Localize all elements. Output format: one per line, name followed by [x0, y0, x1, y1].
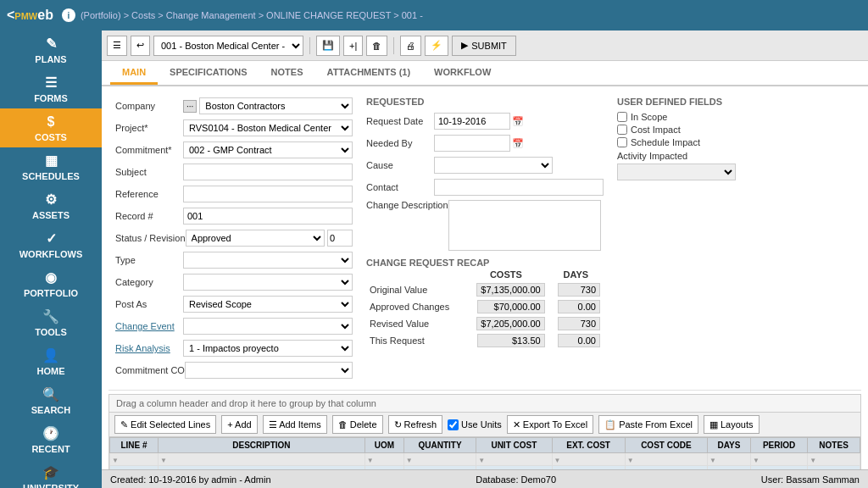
company-select[interactable]: Boston Contractors [199, 97, 353, 114]
tab-specifications[interactable]: SPECIFICATIONS [158, 62, 259, 85]
list-view-button[interactable]: ☰ [107, 36, 127, 56]
type-select[interactable] [183, 252, 353, 269]
portfolio-icon: ◉ [45, 269, 57, 286]
submit-button[interactable]: ▶ SUBMIT [452, 36, 516, 56]
sidebar-item-assets[interactable]: ⚙ ASSETS [0, 186, 102, 225]
grid-column-header[interactable]: DAYS [707, 438, 750, 453]
commitment-select[interactable]: 002 - GMP Contract [183, 141, 353, 158]
project-dropdown[interactable]: 001 - Boston Medical Center - [153, 36, 303, 56]
lightning-button[interactable]: ⚡ [425, 36, 448, 56]
change-desc-textarea[interactable] [448, 200, 601, 251]
change-event-select[interactable] [183, 318, 353, 335]
sidebar-item-forms[interactable]: ☰ FORMS [0, 69, 102, 108]
in-scope-row: In Scope [617, 112, 854, 122]
grid-column-header[interactable]: NOTES [808, 438, 860, 453]
schedule-impact-row: Schedule Impact [617, 137, 854, 147]
sidebar-item-recent[interactable]: 🕐 RECENT [0, 420, 102, 459]
project-label: Project* [115, 123, 183, 133]
add-item-button[interactable]: + Add [221, 415, 257, 434]
subject-input[interactable] [183, 164, 353, 180]
main-area: ✎ PLANS ☰ FORMS $ COSTS ▦ SCHEDULES ⚙ AS… [0, 30, 868, 488]
sidebar-item-plans[interactable]: ✎ PLANS [0, 30, 102, 69]
activity-impacted-select[interactable] [617, 164, 736, 180]
sidebar-item-university[interactable]: 🎓 UNIVERSITY [0, 459, 102, 488]
contact-input[interactable] [434, 179, 604, 196]
sidebar-item-schedules[interactable]: ▦ SCHEDULES [0, 147, 102, 186]
grid-column-header[interactable]: LINE # [110, 438, 159, 453]
recap-costs-header: COSTS [464, 268, 548, 281]
request-date-input[interactable] [434, 113, 510, 130]
add-items-button[interactable]: ☰ Add Items [263, 415, 327, 434]
edit-selected-lines-button[interactable]: ✎ Edit Selected Lines [114, 415, 216, 434]
paste-excel-button[interactable]: 📋 Paste From Excel [598, 415, 698, 434]
cause-select[interactable] [434, 157, 553, 174]
needed-by-row: Needed By 📅 [366, 134, 604, 152]
sidebar-item-portfolio[interactable]: ◉ PORTFOLIO [0, 264, 102, 303]
add-button[interactable]: +| [343, 36, 363, 56]
sidebar-item-costs[interactable]: $ COSTS [0, 108, 102, 147]
in-scope-checkbox[interactable] [617, 112, 627, 122]
tab-main[interactable]: MAIN [110, 62, 158, 85]
project-select[interactable]: RVS0104 - Boston Medical Center [183, 119, 353, 136]
schedule-impact-checkbox[interactable] [617, 137, 627, 147]
filter-icon[interactable]: ▼ [160, 457, 167, 464]
filter-icon[interactable]: ▼ [627, 457, 634, 464]
filter-icon[interactable]: ▼ [367, 457, 374, 464]
reference-input[interactable] [183, 186, 353, 202]
info-icon[interactable]: i [62, 8, 75, 22]
sidebar-item-home-label: HOME [37, 366, 65, 376]
filter-icon[interactable]: ▼ [554, 457, 561, 464]
save-button[interactable]: 💾 [316, 36, 340, 56]
grid-column-header[interactable]: DESCRIPTION [159, 438, 365, 453]
change-event-label[interactable]: Change Event [115, 321, 183, 331]
recap-title: CHANGE REQUEST RECAP [366, 258, 489, 268]
tabs-bar: MAIN SPECIFICATIONS NOTES ATTACHMENTS (1… [102, 61, 868, 86]
grid-column-header[interactable]: COST CODE [625, 438, 707, 453]
sidebar-item-home[interactable]: 👤 HOME [0, 342, 102, 381]
filter-icon[interactable]: ▼ [478, 457, 485, 464]
grid-column-header[interactable]: PERIOD [750, 438, 807, 453]
sidebar-item-tools[interactable]: 🔧 TOOLS [0, 303, 102, 342]
record-input[interactable] [183, 208, 353, 225]
sidebar-item-search[interactable]: 🔍 SEARCH [0, 381, 102, 420]
use-units-checkbox[interactable] [448, 419, 459, 430]
recap-row: Revised Value $7,205,000.00 730 [366, 315, 604, 332]
risk-analysis-label[interactable]: Risk Analysis [115, 343, 183, 353]
filter-icon[interactable]: ▼ [810, 457, 816, 464]
sidebar-item-tools-label: TOOLS [35, 327, 67, 337]
grid-column-header[interactable]: QUANTITY [403, 438, 476, 453]
delete-button[interactable]: 🗑 [366, 36, 387, 56]
grid-column-header[interactable]: UOM [364, 438, 403, 453]
company-ellipsis-button[interactable]: ··· [183, 100, 197, 113]
cost-impact-row: Cost Impact [617, 125, 854, 135]
filter-icon[interactable]: ▼ [753, 457, 760, 464]
needed-by-input[interactable] [434, 135, 510, 152]
tab-attachments[interactable]: ATTACHMENTS (1) [315, 62, 423, 85]
tab-workflow[interactable]: WORKFLOW [422, 62, 503, 85]
undo-button[interactable]: ↩ [131, 36, 150, 56]
risk-analysis-select[interactable]: 1 - Impactos proyecto [183, 340, 353, 357]
category-select[interactable] [183, 274, 353, 291]
grid-column-header[interactable]: UNIT COST [476, 438, 552, 453]
layouts-button[interactable]: ▦ Layouts [704, 415, 760, 434]
filter-icon[interactable]: ▼ [406, 457, 413, 464]
needed-by-calendar-icon[interactable]: 📅 [512, 138, 524, 149]
commitment-co-select[interactable] [185, 362, 353, 379]
filter-icon[interactable]: ▼ [112, 457, 119, 464]
delete-item-button[interactable]: 🗑 Delete [332, 415, 383, 434]
status-select[interactable]: Approved [186, 230, 325, 247]
status-revision-input[interactable] [327, 230, 353, 247]
export-excel-button[interactable]: ✕ Export To Excel [507, 415, 593, 434]
sidebar-item-search-label: SEARCH [31, 405, 70, 415]
request-date-calendar-icon[interactable]: 📅 [512, 116, 524, 127]
post-as-select[interactable]: Revised Scope [183, 296, 353, 313]
sidebar-item-workflows[interactable]: ✓ WORKFLOWS [0, 225, 102, 264]
grid-table: LINE #DESCRIPTIONUOMQUANTITYUNIT COSTEXT… [109, 437, 860, 469]
recap-row-days: 730 [548, 281, 604, 298]
tab-notes[interactable]: NOTES [259, 62, 315, 85]
grid-column-header[interactable]: EXT. COST [552, 438, 625, 453]
cost-impact-checkbox[interactable] [617, 125, 627, 135]
print-button[interactable]: 🖨 [400, 36, 421, 56]
filter-icon[interactable]: ▼ [709, 457, 716, 464]
refresh-button[interactable]: ↻ Refresh [388, 415, 443, 434]
